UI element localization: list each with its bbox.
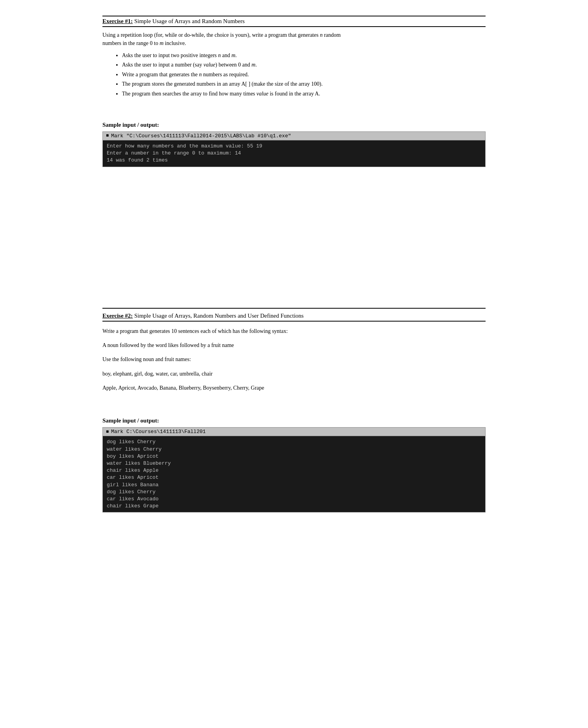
spacer1	[102, 102, 486, 114]
desc-line2: numbers in the range 0 to	[102, 40, 160, 46]
italic-m: m	[231, 52, 235, 58]
exercise2-nouns: boy, elephant, girl, dog, water, car, um…	[102, 370, 486, 378]
terminal-icon-1: ■	[106, 133, 109, 138]
italic-value1: value	[203, 62, 215, 68]
bullet-item: Asks the user to input a number (say val…	[122, 61, 486, 69]
exercise2-separator	[102, 308, 486, 309]
exercise2-para2: A noun followed by the word likes follow…	[102, 341, 486, 350]
exercise2-title-label: Exercise #2:	[102, 313, 133, 319]
exercise1-sample-label: Sample input / output:	[102, 122, 486, 128]
italic-value2: value	[256, 91, 268, 97]
exercise2-fruits: Apple, Apricot, Avocado, Banana, Blueber…	[102, 384, 486, 392]
exercise2-para3: Use the following noun and fruit names:	[102, 355, 486, 364]
exercise1-terminal: ■ Mark "C:\Courses\1411113\Fall2014-2015…	[102, 131, 486, 167]
exercise1-title-label: Exercise #1:	[102, 18, 133, 24]
exercise1-bullets: Asks the user to input two positive inte…	[122, 51, 486, 98]
italic-m2: m	[251, 62, 255, 68]
exercise2-title-rest: Simple Usage of Arrays, Random Numbers a…	[133, 313, 304, 319]
exercise2-header: Exercise #2: Simple Usage of Arrays, Ran…	[102, 313, 486, 322]
page-container: Exercise #1: Simple Usage of Arrays and …	[102, 8, 486, 528]
terminal1-title-text: Mark "C:\Courses\1411113\Fall2014-2015\L…	[111, 133, 291, 139]
exercise2-terminal: ■ Mark C:\Courses\1411113\Fall201 dog li…	[102, 427, 486, 512]
desc-line1b: random	[323, 32, 341, 38]
terminal2-body: dog likes Cherry water likes Cherry boy …	[103, 436, 485, 512]
terminal-icon-2: ■	[106, 429, 109, 435]
exercise2-title: Exercise #2: Simple Usage of Arrays, Ran…	[102, 313, 304, 319]
desc-line1: Using a repetition loop (for, while or d…	[102, 32, 320, 38]
terminal1-body: Enter how many numbers and the maximum v…	[103, 140, 485, 167]
desc-m1: m	[160, 40, 163, 46]
italic-n: n	[218, 52, 221, 58]
exercise1-description: Using a repetition loop (for, while or d…	[102, 31, 486, 47]
bullet-item: The program then searches the array to f…	[122, 90, 486, 98]
terminal2-titlebar: ■ Mark C:\Courses\1411113\Fall201	[103, 428, 485, 436]
exercise1-title-rest: Simple Usage of Arrays and Random Number…	[133, 18, 245, 24]
exercise1-header: Exercise #1: Simple Usage of Arrays and …	[102, 16, 486, 27]
italic-n2: n	[199, 72, 202, 77]
bullet-item: Asks the user to input two positive inte…	[122, 51, 486, 60]
exercise2-para1: Write a program that generates 10 senten…	[102, 327, 486, 336]
exercise2-sample-label: Sample input / output:	[102, 417, 486, 424]
bullet-item: The program stores the generated numbers…	[122, 80, 486, 88]
desc-line2b: inclusive.	[163, 40, 186, 46]
bullet-item: Write a program that generates the n num…	[122, 70, 486, 79]
terminal1-titlebar: ■ Mark "C:\Courses\1411113\Fall2014-2015…	[103, 132, 485, 140]
terminal2-title-text: Mark C:\Courses\1411113\Fall201	[111, 429, 206, 435]
spacer-large	[102, 175, 486, 292]
spacer2	[102, 398, 486, 410]
exercise1-title: Exercise #1: Simple Usage of Arrays and …	[102, 18, 245, 24]
